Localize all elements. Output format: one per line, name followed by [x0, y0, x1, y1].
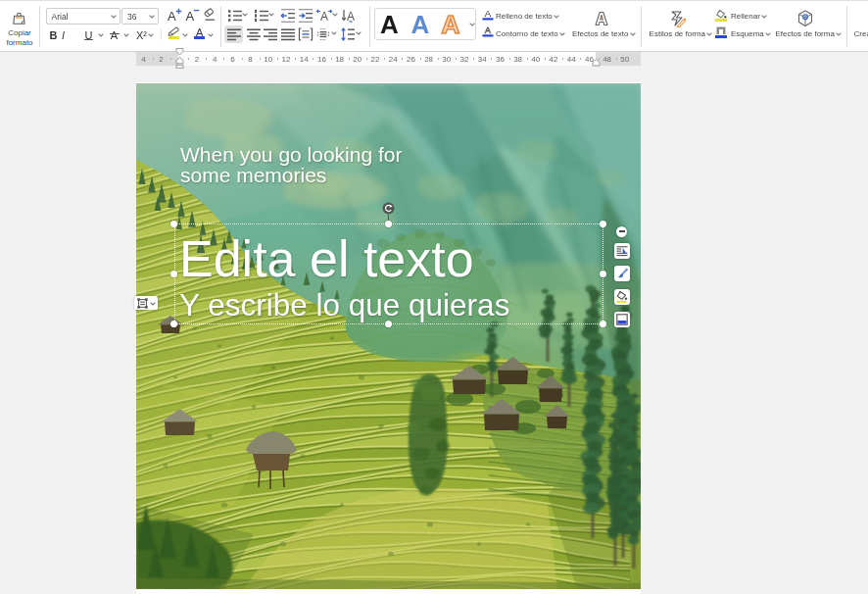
svg-text:A: A: [320, 10, 328, 24]
svg-text:A: A: [485, 25, 492, 35]
svg-text:A: A: [485, 9, 492, 19]
